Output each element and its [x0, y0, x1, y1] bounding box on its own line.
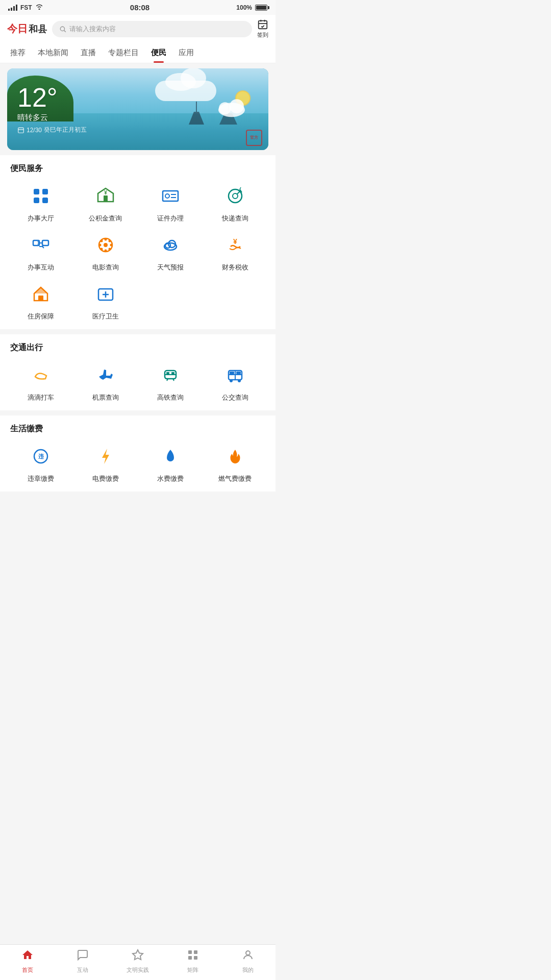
- express-icon: [221, 182, 249, 210]
- weather-icon: [212, 87, 258, 124]
- stamp-decoration: 官方: [246, 130, 262, 146]
- medical-icon: [92, 280, 119, 308]
- svg-rect-21: [104, 195, 108, 202]
- svg-point-0: [60, 27, 64, 31]
- date-text: 12/30: [27, 127, 42, 134]
- weather-banner[interactable]: 12° 晴转多云 12/30 癸巳年正月初五 官方: [7, 68, 268, 150]
- svg-point-64: [238, 379, 241, 382]
- tab-live[interactable]: 直播: [74, 43, 102, 63]
- interact-item[interactable]: 办事互动: [10, 231, 71, 272]
- svg-text:¥: ¥: [233, 237, 237, 246]
- express-item[interactable]: 快递查询: [205, 182, 265, 223]
- tax-item[interactable]: ¥ 财务税收: [205, 231, 265, 272]
- water-icon: [157, 443, 184, 470]
- svg-rect-65: [230, 372, 234, 374]
- transport-section: 交通出行 滴滴打车 机票查询: [0, 334, 276, 410]
- svg-rect-16: [34, 189, 39, 194]
- carrier-label: FST: [20, 4, 32, 11]
- movie-item[interactable]: 电影查询: [75, 231, 136, 272]
- status-right: 100%: [236, 4, 267, 11]
- rail-icon: [157, 361, 184, 389]
- bus-icon: [221, 361, 249, 389]
- gas-label: 燃气费缴费: [218, 474, 252, 483]
- search-placeholder: 请输入搜索内容: [69, 24, 116, 34]
- water-label: 水费缴费: [157, 474, 184, 483]
- svg-marker-50: [34, 287, 47, 293]
- electric-item[interactable]: 电费缴费: [75, 443, 136, 483]
- service-hall-item[interactable]: 办事大厅: [10, 182, 71, 223]
- water-item[interactable]: 水费缴费: [140, 443, 201, 483]
- svg-rect-10: [18, 128, 24, 133]
- app-logo[interactable]: 今日 和县: [7, 22, 47, 36]
- svg-point-40: [100, 240, 103, 242]
- citizen-services-section: 便民服务 办事大厅 ¥ 公积金查询: [0, 155, 276, 329]
- gas-icon: [221, 443, 249, 470]
- app-name: 和县: [29, 23, 47, 35]
- flight-label: 机票查询: [92, 393, 119, 402]
- cert-item[interactable]: 证件办理: [140, 182, 201, 223]
- tab-localnews[interactable]: 本地新闻: [32, 43, 74, 63]
- citizen-services-grid: 办事大厅 ¥ 公积金查询 证件办理: [10, 182, 265, 321]
- sign-in-button[interactable]: 签到: [257, 19, 268, 39]
- utilities-section: 生活缴费 违 违章缴费 电费缴费: [0, 415, 276, 492]
- svg-rect-17: [42, 189, 48, 194]
- weather-date: 12/30 癸巳年正月初五: [17, 126, 258, 134]
- svg-point-24: [165, 194, 169, 198]
- service-hall-icon: [27, 182, 55, 210]
- sign-in-label: 签到: [257, 31, 268, 39]
- didi-label: 滴滴打车: [28, 393, 54, 402]
- fund-item[interactable]: ¥ 公积金查询: [75, 182, 136, 223]
- tab-people[interactable]: 便民: [145, 43, 172, 63]
- tab-apps[interactable]: 应用: [172, 43, 200, 63]
- movie-icon: [92, 231, 119, 259]
- svg-point-39: [110, 244, 112, 247]
- rail-label: 高铁查询: [157, 393, 184, 402]
- traffic-fine-label: 违章缴费: [28, 474, 54, 483]
- header: 今日 和县 请输入搜索内容 签到: [0, 15, 276, 43]
- svg-line-1: [64, 30, 66, 32]
- tab-topic[interactable]: 专题栏目: [102, 43, 145, 63]
- traffic-fine-item[interactable]: 违 违章缴费: [10, 443, 71, 483]
- gas-item[interactable]: 燃气费缴费: [205, 443, 265, 483]
- service-hall-label: 办事大厅: [28, 214, 54, 223]
- bus-item[interactable]: 公交查询: [205, 361, 265, 402]
- bus-label: 公交查询: [222, 393, 248, 402]
- housing-label: 住房保障: [28, 312, 54, 321]
- tax-label: 财务税收: [222, 263, 248, 272]
- fund-label: 公积金查询: [89, 214, 122, 223]
- tab-recommend[interactable]: 推荐: [4, 43, 32, 63]
- svg-rect-19: [42, 198, 48, 203]
- wifi-icon: [35, 4, 43, 11]
- traffic-fine-icon: 违: [27, 443, 55, 470]
- svg-rect-59: [171, 372, 174, 374]
- svg-point-37: [104, 250, 107, 252]
- weather-svc-label: 天气预报: [157, 263, 184, 272]
- svg-point-38: [98, 244, 101, 247]
- svg-line-31: [240, 187, 241, 189]
- svg-text:违: 违: [38, 453, 44, 459]
- cert-icon: [157, 182, 184, 210]
- utilities-title: 生活缴费: [10, 424, 265, 434]
- cert-label: 证件办理: [157, 214, 184, 223]
- didi-item[interactable]: 滴滴打车: [10, 361, 71, 402]
- signal-icon: [8, 5, 17, 11]
- flight-icon: [92, 361, 119, 389]
- weather-item[interactable]: 天气预报: [140, 231, 201, 272]
- housing-icon: [27, 280, 55, 308]
- search-bar[interactable]: 请输入搜索内容: [52, 21, 252, 37]
- svg-rect-58: [166, 372, 169, 374]
- svg-point-41: [108, 248, 111, 251]
- svg-text:¥: ¥: [104, 190, 107, 195]
- electric-label: 电费缴费: [92, 474, 119, 483]
- lunar-date: 癸巳年正月初五: [44, 126, 87, 134]
- transport-title: 交通出行: [10, 342, 265, 353]
- movie-label: 电影查询: [92, 263, 119, 272]
- medical-item[interactable]: 医疗卫生: [75, 280, 136, 321]
- flight-item[interactable]: 机票查询: [75, 361, 136, 402]
- battery-percent: 100%: [236, 4, 252, 11]
- interact-icon: [27, 231, 55, 259]
- date-icon: [17, 127, 24, 134]
- rail-item[interactable]: 高铁查询: [140, 361, 201, 402]
- svg-point-14: [219, 102, 231, 114]
- housing-item[interactable]: 住房保障: [10, 280, 71, 321]
